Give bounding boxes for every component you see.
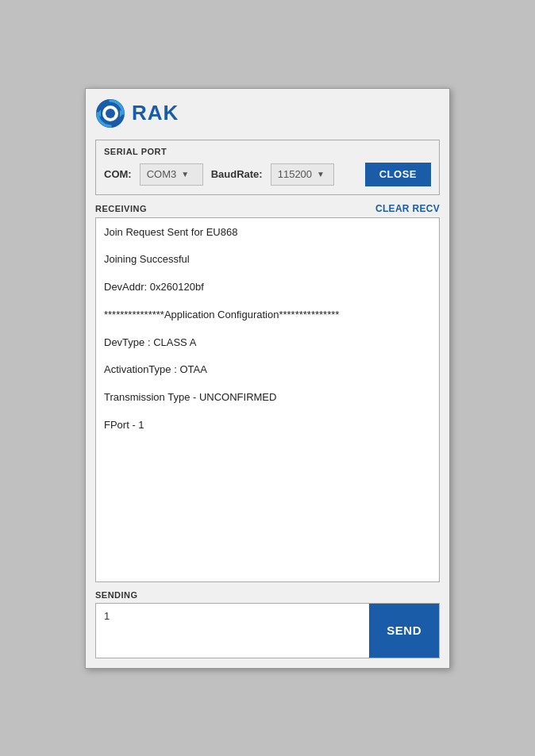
- send-button[interactable]: SEND: [369, 604, 439, 658]
- baudrate-dropdown-arrow: ▼: [317, 170, 325, 178]
- list-item: Joining Successful: [104, 251, 431, 268]
- list-item: DevAddr: 0x260120bf: [104, 279, 431, 296]
- com-value: COM3: [147, 168, 177, 180]
- serial-port-label: SERIAL PORT: [104, 147, 431, 156]
- list-item: ActivationType : OTAA: [104, 362, 431, 378]
- logo-text: RAK: [132, 101, 179, 125]
- list-item: Join Request Sent for EU868: [104, 224, 431, 241]
- sending-section: SENDING SEND: [95, 590, 440, 658]
- receiving-label: RECEIVING: [95, 204, 147, 213]
- com-dropdown-arrow: ▼: [181, 170, 189, 178]
- close-button[interactable]: CLOSE: [365, 163, 431, 186]
- rak-logo-icon: [95, 98, 125, 129]
- serial-port-section: SERIAL PORT COM: COM3 ▼ BaudRate: 115200…: [95, 140, 440, 195]
- send-input[interactable]: [96, 604, 369, 658]
- send-row: SEND: [95, 603, 440, 658]
- serial-port-controls: COM: COM3 ▼ BaudRate: 115200 ▼ CLOSE: [104, 163, 431, 186]
- svg-point-2: [106, 109, 115, 118]
- baudrate-label: BaudRate:: [211, 168, 263, 180]
- list-item: DevType : CLASS A: [104, 335, 431, 351]
- clear-recv-button[interactable]: CLEAR RECV: [375, 203, 440, 214]
- sending-label: SENDING: [95, 590, 440, 600]
- list-item: FPort - 1: [104, 417, 431, 434]
- receiving-header: RECEIVING CLEAR RECV: [95, 203, 440, 214]
- baudrate-dropdown[interactable]: 115200 ▼: [271, 163, 334, 186]
- baudrate-value: 115200: [278, 168, 312, 180]
- com-label: COM:: [104, 168, 132, 180]
- receiving-section: RECEIVING CLEAR RECV Join Request Sent f…: [95, 203, 440, 582]
- main-window: RAK SERIAL PORT COM: COM3 ▼ BaudRate: 11…: [85, 88, 450, 669]
- list-item: ***************Application Configuration…: [104, 307, 431, 324]
- logo-row: RAK: [95, 98, 440, 129]
- com-dropdown[interactable]: COM3 ▼: [140, 163, 203, 186]
- list-item: Transmission Type - UNCONFIRMED: [104, 390, 431, 406]
- receiving-box[interactable]: Join Request Sent for EU868Joining Succe…: [95, 217, 440, 582]
